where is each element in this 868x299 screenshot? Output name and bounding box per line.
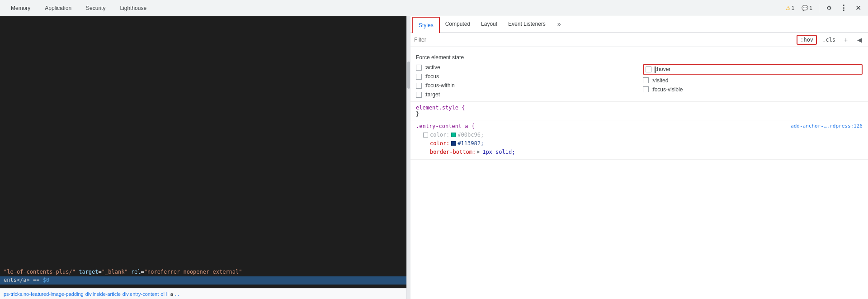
tab-computed[interactable]: Computed: [440, 16, 476, 33]
cursor-icon: [655, 66, 656, 73]
css-source-link[interactable]: add-anchor-….rdpress:126: [791, 123, 863, 130]
css-prop-value-3: 1px solid;: [482, 148, 515, 156]
more-button[interactable]: ⋮: [837, 2, 850, 14]
state-focus-label: :focus: [425, 73, 439, 80]
gear-icon: ⚙: [826, 5, 832, 11]
checkbox-hover[interactable]: [646, 66, 651, 72]
css-prop-value-1: #00bc96;: [458, 131, 484, 139]
state-active: :active: [416, 64, 636, 71]
gear-button[interactable]: ⚙: [823, 2, 835, 14]
force-state-grid: :active :focus :focus-within :targe: [416, 64, 863, 98]
hov-button[interactable]: :hov: [797, 35, 817, 45]
css-selector-entry-content: .entry-content a {: [416, 123, 475, 129]
tab-security[interactable]: Security: [79, 0, 113, 16]
message-icon: 💬: [802, 5, 808, 11]
state-focus-visible: :focus-visible: [643, 86, 863, 93]
css-selector-element-style: element.style {: [416, 104, 863, 111]
main-content: "le-of-contents-plus/" target="_blank" r…: [0, 16, 868, 299]
breadcrumb-item-1[interactable]: div.inside-article: [85, 291, 121, 297]
state-target: :target: [416, 91, 636, 98]
checkbox-visited[interactable]: [643, 77, 649, 83]
checkbox-prop-1[interactable]: [423, 133, 428, 138]
breadcrumb-item-3[interactable]: ol: [160, 291, 165, 297]
scroll-thumb: [407, 62, 410, 89]
source-line-2: ents</a> == $0: [0, 276, 406, 285]
more-icon: ⋮: [840, 4, 847, 12]
html-source: "le-of-contents-plus/" target="_blank" r…: [0, 16, 406, 288]
add-style-button[interactable]: +: [841, 35, 851, 45]
left-panel: "le-of-contents-plus/" target="_blank" r…: [0, 16, 407, 299]
close-button[interactable]: ✕: [852, 2, 864, 14]
css-prop-name-1: color:: [430, 131, 449, 139]
warning-icon: ⚠: [786, 5, 791, 11]
warning-count: 1: [792, 5, 795, 11]
cls-button[interactable]: .cls: [821, 36, 837, 44]
css-rule-element-style: element.style { }: [410, 102, 868, 120]
css-rule-header: .entry-content a { add-anchor-….rdpress:…: [416, 123, 863, 130]
right-panel: Styles Computed Layout Event Listeners »…: [410, 16, 868, 299]
color-swatch-1[interactable]: [451, 133, 456, 137]
filter-input[interactable]: [414, 37, 793, 43]
tab-event-listeners[interactable]: Event Listeners: [503, 16, 551, 33]
collapse-button[interactable]: ◀: [854, 35, 864, 45]
breadcrumb: ps-tricks.no-featured-image-padding div.…: [0, 288, 406, 299]
tab-layout[interactable]: Layout: [476, 16, 503, 33]
triangle-expand-icon[interactable]: [477, 151, 480, 153]
toolbar-icons: ⚠ 1 💬 1 ⚙ ⋮ ✕: [783, 2, 864, 14]
state-hover: :hover: [643, 64, 863, 75]
breadcrumb-current[interactable]: a: [170, 291, 173, 297]
filter-bar: :hov .cls + ◀: [410, 33, 868, 47]
checkbox-active[interactable]: [416, 65, 422, 71]
color-swatch-2[interactable]: [451, 141, 456, 146]
css-prop-name-2: color:: [430, 139, 449, 147]
state-active-label: :active: [425, 64, 440, 71]
breadcrumb-item-0[interactable]: ps-tricks.no-featured-image-padding: [4, 291, 84, 297]
force-state-title: Force element state: [416, 54, 863, 61]
state-hover-label: :hover: [654, 66, 670, 73]
styles-tabs: Styles Computed Layout Event Listeners »: [410, 16, 868, 33]
styles-content: Force element state :active :focus: [410, 47, 868, 299]
top-tab-bar: Memory Application Security Lighthouse ⚠…: [0, 0, 868, 16]
state-focus-within: :focus-within: [416, 82, 636, 89]
css-prop-color: color: #113982;: [416, 139, 863, 147]
source-text-1: "le-of-contents-plus/" target="_blank" r…: [4, 269, 242, 275]
css-prop-name-3: border-bottom:: [430, 148, 476, 156]
checkbox-target[interactable]: [416, 92, 422, 98]
breadcrumb-item-4[interactable]: li: [166, 291, 169, 297]
state-focus-within-label: :focus-within: [425, 82, 455, 89]
message-count: 1: [809, 5, 812, 11]
state-focus: :focus: [416, 73, 636, 80]
css-prop-border-bottom: border-bottom: 1px solid;: [416, 148, 863, 156]
tab-lighthouse[interactable]: Lighthouse: [113, 0, 154, 16]
state-focus-visible-label: :focus-visible: [651, 86, 683, 93]
state-visited-label: :visited: [651, 77, 668, 84]
css-rule-entry-content: .entry-content a { add-anchor-….rdpress:…: [410, 120, 868, 160]
checkbox-focus-within[interactable]: [416, 83, 422, 89]
warning-badge-button[interactable]: ⚠ 1: [783, 2, 797, 14]
state-visited: :visited: [643, 77, 863, 84]
css-close-brace-1: }: [416, 111, 863, 117]
checkbox-focus-visible[interactable]: [643, 86, 649, 92]
source-line-1: "le-of-contents-plus/" target="_blank" r…: [0, 268, 406, 276]
source-text-2: ents</a> == $0: [4, 277, 49, 283]
state-target-label: :target: [425, 91, 440, 98]
checkbox-focus[interactable]: [416, 74, 422, 80]
breadcrumb-item-2[interactable]: div.entry-content: [123, 291, 159, 297]
tab-memory[interactable]: Memory: [4, 0, 38, 16]
tab-more[interactable]: »: [552, 16, 566, 33]
css-prop-value-2: #113982;: [458, 139, 484, 147]
close-icon: ✕: [855, 4, 861, 12]
toolbar-separator: [819, 4, 819, 13]
tab-styles[interactable]: Styles: [412, 17, 440, 33]
breadcrumb-more[interactable]: ...: [175, 291, 179, 297]
force-state-section: Force element state :active :focus: [410, 51, 868, 102]
css-prop-color-strikethrough: color: #00bc96;: [416, 131, 863, 139]
tab-application[interactable]: Application: [38, 0, 79, 16]
panel-scroll[interactable]: [407, 16, 410, 299]
message-badge-button[interactable]: 💬 1: [799, 2, 815, 14]
